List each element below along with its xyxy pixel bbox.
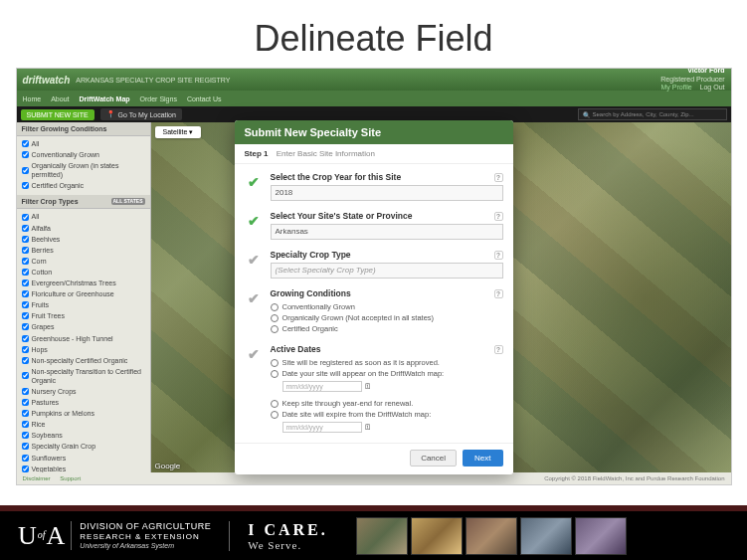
radio[interactable] (271, 325, 279, 333)
checkbox[interactable] (22, 140, 29, 147)
list-item[interactable]: Sunflowers (22, 453, 145, 464)
checkbox[interactable] (22, 372, 29, 379)
list-item[interactable]: Alfalfa (22, 223, 145, 234)
ua-mark: UofA (18, 521, 65, 551)
checkbox[interactable] (22, 182, 29, 189)
list-item[interactable]: Non-specialty Certified Organic (22, 355, 145, 366)
croptype-select[interactable]: (Select Specialty Crop Type) (271, 263, 503, 279)
checkbox[interactable] (22, 335, 29, 342)
list-item[interactable]: Conventionally Grown (22, 149, 145, 160)
growing-option[interactable]: Conventionally Grown (271, 301, 503, 312)
help-icon[interactable]: ? (494, 173, 503, 182)
help-icon[interactable]: ? (494, 251, 503, 260)
nav-about[interactable]: About (51, 95, 69, 102)
list-item[interactable]: Vegetables (22, 464, 145, 472)
checkbox[interactable] (22, 421, 29, 428)
list-item[interactable]: Rice (22, 419, 145, 430)
checkbox[interactable] (22, 432, 29, 439)
list-item[interactable]: All (22, 138, 145, 149)
checkbox[interactable] (22, 225, 29, 232)
checkbox[interactable] (22, 247, 29, 254)
list-item[interactable]: Corn (22, 256, 145, 267)
goto-location-button[interactable]: 📍 Go To My Location (100, 108, 182, 120)
cropyear-select[interactable]: 2018 (271, 185, 503, 201)
map-type-toggle[interactable]: Satellite ▾ (155, 126, 202, 138)
date-option[interactable]: Site will be registered as soon as it is… (271, 357, 503, 368)
checkbox[interactable] (22, 290, 29, 297)
list-item[interactable]: Cotton (22, 267, 145, 278)
list-item[interactable]: Evergreen/Christmas Trees (22, 278, 145, 288)
disclaimer-link[interactable]: Disclaimer (23, 475, 51, 481)
list-item[interactable]: Grapes (22, 321, 145, 332)
checkbox[interactable] (22, 455, 29, 462)
list-item[interactable]: Floriculture or Greenhouse (22, 288, 145, 299)
support-link[interactable]: Support (60, 475, 81, 481)
checkbox[interactable] (22, 357, 29, 364)
checkbox[interactable] (22, 466, 29, 472)
help-icon[interactable]: ? (494, 212, 503, 221)
checkbox[interactable] (22, 312, 29, 319)
radio[interactable] (271, 314, 279, 322)
logout-link[interactable]: Log Out (700, 84, 725, 91)
date-option[interactable]: Date site will expire from the DriftWatc… (271, 409, 503, 420)
checkbox[interactable] (22, 167, 29, 174)
list-item[interactable]: All (22, 211, 145, 222)
checkbox[interactable] (22, 346, 29, 353)
nav-home[interactable]: Home (23, 95, 42, 102)
my-profile-link[interactable]: My Profile (661, 84, 692, 91)
date-option[interactable]: Date your site will appear on the DriftW… (271, 368, 503, 379)
all-states-badge[interactable]: ALL STATES (111, 198, 145, 205)
list-item[interactable]: Pastures (22, 397, 145, 408)
start-date-input[interactable]: mm/dd/yyyy (282, 381, 362, 392)
list-item[interactable]: Fruit Trees (22, 310, 145, 321)
list-item[interactable]: Berries (22, 245, 145, 256)
list-item[interactable]: Greenhouse - High Tunnel (22, 333, 145, 344)
nav-map[interactable]: DriftWatch Map (79, 95, 129, 102)
growing-option[interactable]: Organically Grown (Not accepted in all s… (271, 312, 503, 323)
calendar-icon[interactable]: 🗓 (364, 382, 372, 391)
help-icon[interactable]: ? (494, 289, 503, 298)
list-item[interactable]: Organically Grown (in states permitted) (22, 160, 145, 180)
list-item[interactable]: Beehives (22, 234, 145, 245)
banner-photo (520, 517, 572, 555)
checkbox[interactable] (22, 399, 29, 406)
growing-option[interactable]: Certified Organic (271, 323, 503, 334)
list-item[interactable]: Non-specialty Transition to Certified Or… (22, 366, 145, 386)
submit-new-site-button[interactable]: SUBMIT NEW SITE (21, 109, 94, 120)
search-input[interactable]: 🔍 Search by Address, City, County, Zip..… (578, 108, 727, 120)
checkbox[interactable] (22, 410, 29, 417)
list-item[interactable]: Specialty Grain Crop (22, 441, 145, 452)
nav-contact[interactable]: Contact Us (187, 95, 222, 102)
list-item[interactable]: Fruits (22, 299, 145, 310)
list-item[interactable]: Nursery Crops (22, 386, 145, 397)
checkbox[interactable] (22, 388, 29, 395)
checkbox[interactable] (22, 301, 29, 308)
help-icon[interactable]: ? (494, 345, 503, 354)
state-select[interactable]: Arkansas (271, 224, 503, 240)
end-date-input[interactable]: mm/dd/yyyy (282, 422, 362, 433)
list-item[interactable]: Certified Organic (22, 180, 145, 191)
list-item[interactable]: Soybeans (22, 430, 145, 441)
brand-logo[interactable]: driftwatch (23, 75, 71, 86)
radio[interactable] (271, 303, 279, 311)
checkbox[interactable] (22, 323, 29, 330)
radio[interactable] (271, 370, 279, 378)
checkbox[interactable] (22, 269, 29, 276)
radio[interactable] (271, 400, 279, 408)
list-item[interactable]: Pumpkins or Melons (22, 408, 145, 419)
radio[interactable] (271, 411, 279, 419)
checkbox[interactable] (22, 236, 29, 243)
radio[interactable] (271, 359, 279, 367)
next-button[interactable]: Next (463, 450, 502, 467)
calendar-icon[interactable]: 🗓 (364, 423, 372, 432)
checkbox[interactable] (22, 443, 29, 450)
checkbox[interactable] (22, 151, 29, 158)
checkbox[interactable] (22, 214, 29, 221)
list-item[interactable]: Hops (22, 344, 145, 355)
checkbox[interactable] (22, 258, 29, 265)
date-option[interactable]: Keep site through year-end for renewal. (271, 398, 503, 409)
nav-signs[interactable]: Order Signs (140, 95, 177, 102)
check-icon: ✔ (248, 346, 260, 433)
cancel-button[interactable]: Cancel (410, 450, 457, 467)
checkbox[interactable] (22, 280, 29, 286)
